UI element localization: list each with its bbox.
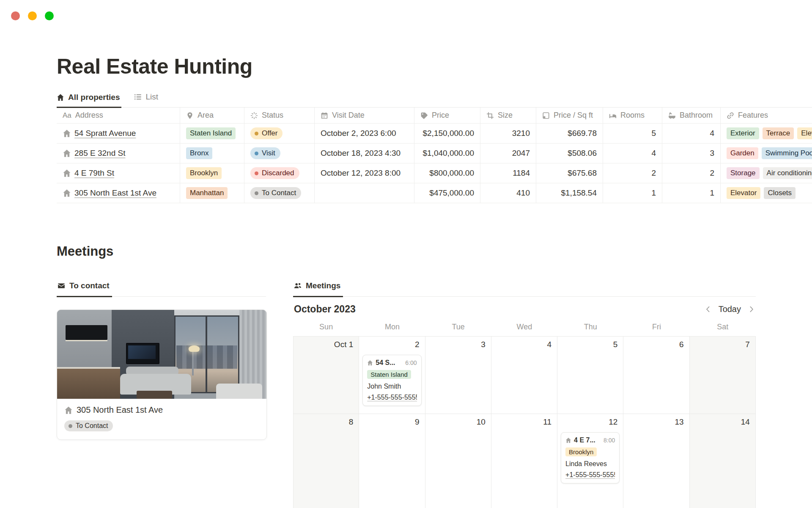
cell-features[interactable]: ElevatorClosets xyxy=(721,183,812,203)
cell-size[interactable]: 2047 xyxy=(480,144,536,163)
event-phone-link[interactable]: +1-555-555-5555 xyxy=(565,471,615,479)
calendar-day-cell[interactable]: 4 xyxy=(491,337,557,414)
cell-price[interactable]: $475,000.00 xyxy=(414,183,480,203)
column-header-visit-date[interactable]: Visit Date xyxy=(315,108,414,123)
cell-price_sqft[interactable]: $1,158.54 xyxy=(536,183,603,203)
window-minimize-button[interactable] xyxy=(28,11,37,20)
column-header-area[interactable]: Area xyxy=(180,108,244,123)
calendar-event-card[interactable]: 4 E 7...8:00BrooklynLinda Reeves+1-555-5… xyxy=(561,432,620,483)
calendar-day-cell[interactable]: Oct 1 xyxy=(293,337,359,414)
cell-status[interactable]: To Contact xyxy=(244,183,315,203)
calendar-day-cell[interactable]: 8 xyxy=(293,414,359,508)
address-link[interactable]: 4 E 79th St xyxy=(74,168,114,178)
tab-all-properties[interactable]: All properties xyxy=(57,93,121,108)
today-button[interactable]: Today xyxy=(719,304,741,314)
cell-bathroom[interactable]: 1 xyxy=(662,183,721,203)
column-header-address[interactable]: AaAddress xyxy=(57,108,180,123)
feature-tag[interactable]: Terrace xyxy=(763,127,794,139)
cell-price[interactable]: $1,040,000.00 xyxy=(414,144,480,163)
tab-to-contact[interactable]: To contact xyxy=(57,281,112,297)
cell-price[interactable]: $800,000.00 xyxy=(414,163,480,183)
cell-address[interactable]: 305 North East 1st Ave xyxy=(57,183,180,203)
calendar-day-cell[interactable]: 3 xyxy=(425,337,491,414)
area-tag[interactable]: Manhattan xyxy=(186,187,228,199)
cell-bathroom[interactable]: 4 xyxy=(662,124,721,143)
cell-price_sqft[interactable]: $508.06 xyxy=(536,144,603,163)
feature-tag[interactable]: Exterior xyxy=(727,127,759,139)
area-tag[interactable]: Staten Island xyxy=(186,127,236,139)
calendar-day-cell[interactable]: 10 xyxy=(425,414,491,508)
event-phone-link[interactable]: +1-555-555-5555 xyxy=(367,394,417,401)
feature-tag[interactable]: Elevator xyxy=(797,127,812,139)
column-header-features[interactable]: Features xyxy=(721,108,812,123)
calendar-event-card[interactable]: 54 S...6:00Staten IslandJohn Smith+1-555… xyxy=(362,355,421,406)
calendar-day-cell[interactable]: 11 xyxy=(491,414,557,508)
tab-meetings[interactable]: Meetings xyxy=(293,281,343,297)
window-close-button[interactable] xyxy=(11,11,20,20)
cell-area[interactable]: Brooklyn xyxy=(180,163,244,183)
calendar-day-cell[interactable]: 254 S...6:00Staten IslandJohn Smith+1-55… xyxy=(359,337,425,414)
cell-area[interactable]: Staten Island xyxy=(180,124,244,143)
area-tag[interactable]: Bronx xyxy=(186,147,212,159)
property-card[interactable]: 305 North East 1st Ave To Contact xyxy=(57,309,267,440)
column-header-price[interactable]: Price xyxy=(414,108,480,123)
tab-list[interactable]: List xyxy=(134,92,160,107)
cell-visit_date[interactable]: October 2, 2023 6:00 xyxy=(315,124,414,143)
column-header-size[interactable]: Size xyxy=(480,108,536,123)
cell-visit_date[interactable]: October 18, 2023 4:30 xyxy=(315,144,414,163)
feature-tag[interactable]: Swimming Pool xyxy=(762,147,812,159)
cell-address[interactable]: 4 E 79th St xyxy=(57,163,180,183)
calendar-day-cell[interactable]: 9 xyxy=(359,414,425,508)
cell-visit_date[interactable] xyxy=(315,183,414,203)
cell-rooms[interactable]: 4 xyxy=(603,144,662,163)
status-badge[interactable]: Discarded xyxy=(250,167,299,179)
cell-bathroom[interactable]: 2 xyxy=(662,163,721,183)
cell-rooms[interactable]: 2 xyxy=(603,163,662,183)
feature-tag[interactable]: Closets xyxy=(764,187,796,199)
calendar-day-cell[interactable]: 6 xyxy=(623,337,689,414)
calendar-day-cell[interactable]: 14 xyxy=(690,414,756,508)
window-zoom-button[interactable] xyxy=(45,11,54,20)
column-header-price-sq-ft[interactable]: Price / Sq ft xyxy=(536,108,603,123)
cell-address[interactable]: 285 E 32nd St xyxy=(57,144,180,163)
column-header-rooms[interactable]: Rooms xyxy=(603,108,662,123)
cell-size[interactable]: 3210 xyxy=(480,124,536,143)
cell-size[interactable]: 410 xyxy=(480,183,536,203)
address-link[interactable]: 285 E 32nd St xyxy=(74,149,125,158)
calendar-day-cell[interactable]: 7 xyxy=(690,337,756,414)
cell-address[interactable]: 54 Spratt Avenue xyxy=(57,124,180,143)
cell-rooms[interactable]: 5 xyxy=(603,124,662,143)
cell-bathroom[interactable]: 3 xyxy=(662,144,721,163)
cell-features[interactable]: StorageAir conditioning xyxy=(721,163,812,183)
cell-area[interactable]: Bronx xyxy=(180,144,244,163)
feature-tag[interactable]: Storage xyxy=(727,167,760,179)
cell-price_sqft[interactable]: $669.78 xyxy=(536,124,603,143)
feature-tag[interactable]: Air conditioning xyxy=(763,167,812,179)
address-link[interactable]: 305 North East 1st Ave xyxy=(74,188,156,198)
column-header-bathroom[interactable]: Bathroom xyxy=(662,108,721,123)
cell-rooms[interactable]: 1 xyxy=(603,183,662,203)
cell-size[interactable]: 1184 xyxy=(480,163,536,183)
cell-status[interactable]: Visit xyxy=(244,144,315,163)
feature-tag[interactable]: Garden xyxy=(727,147,758,159)
status-badge[interactable]: Visit xyxy=(250,147,280,159)
area-tag[interactable]: Brooklyn xyxy=(186,167,222,179)
cell-status[interactable]: Discarded xyxy=(244,163,315,183)
cell-price[interactable]: $2,150,000.00 xyxy=(414,124,480,143)
calendar-day-cell[interactable]: 5 xyxy=(557,337,623,414)
calendar-day-cell[interactable]: 124 E 7...8:00BrooklynLinda Reeves+1-555… xyxy=(557,414,623,508)
calendar-day-cell[interactable]: 13 xyxy=(623,414,689,508)
cell-price_sqft[interactable]: $675.68 xyxy=(536,163,603,183)
cell-area[interactable]: Manhattan xyxy=(180,183,244,203)
cell-status[interactable]: Offer xyxy=(244,124,315,143)
status-badge[interactable]: Offer xyxy=(250,127,283,139)
chevron-right-icon[interactable] xyxy=(748,306,755,313)
cell-features[interactable]: GardenSwimming Pool xyxy=(721,144,812,163)
column-header-status[interactable]: Status xyxy=(244,108,315,123)
feature-tag[interactable]: Elevator xyxy=(727,187,760,199)
address-link[interactable]: 54 Spratt Avenue xyxy=(74,129,136,138)
status-badge[interactable]: To Contact xyxy=(250,187,301,199)
cell-visit_date[interactable]: October 12, 2023 8:00 xyxy=(315,163,414,183)
chevron-left-icon[interactable] xyxy=(705,306,712,313)
cell-features[interactable]: ExteriorTerraceElevator xyxy=(721,124,812,143)
